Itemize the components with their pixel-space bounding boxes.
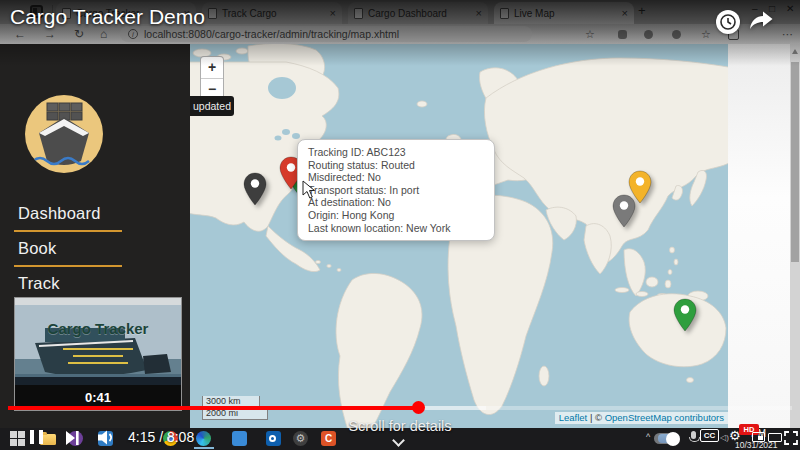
- page-icon: [208, 8, 217, 19]
- site-info-icon[interactable]: i: [128, 29, 138, 39]
- browser-tab-cargo-dashboard[interactable]: Cargo Dashboard×: [348, 2, 488, 24]
- popup-line: Origin: Hong Kong: [308, 209, 484, 222]
- scrollbar-thumb[interactable]: [791, 62, 799, 262]
- zoom-in-button[interactable]: +: [201, 57, 223, 78]
- seek-preview-thumbnail: Cargo Tracker 0:41: [14, 297, 182, 411]
- extension-icon[interactable]: [672, 30, 681, 39]
- forward-icon[interactable]: →: [44, 27, 56, 41]
- browser-menu-icon[interactable]: ⋯: [782, 28, 793, 41]
- window-close-button[interactable]: ✕: [786, 3, 794, 14]
- page-icon: [354, 8, 363, 19]
- extension-icon[interactable]: [644, 30, 653, 39]
- preview-title: Cargo Tracker: [15, 320, 181, 337]
- sidebar-item-dashboard[interactable]: Dashboard: [18, 204, 101, 223]
- refresh-icon[interactable]: ↻: [74, 27, 84, 41]
- popup-line: Last known location: New York: [308, 222, 484, 235]
- popup-line: Routing status: Routed: [308, 159, 484, 172]
- watch-later-icon[interactable]: [716, 10, 740, 34]
- active-app-indicator: [194, 447, 214, 449]
- page-icon: [500, 8, 509, 19]
- nav-underline: [14, 230, 122, 232]
- nav-underline: [14, 265, 122, 267]
- map-updated-toast: updated: [190, 96, 234, 116]
- autoplay-toggle[interactable]: [654, 433, 680, 444]
- marker-us-midwest[interactable]: [243, 172, 267, 210]
- scroll-for-details[interactable]: Scroll for details: [0, 418, 800, 434]
- popup-line: At destination: No: [308, 196, 484, 209]
- mouse-cursor: [302, 180, 315, 199]
- miniplayer-button[interactable]: [752, 432, 765, 442]
- tab-label: Live Map: [514, 8, 617, 19]
- page-background: [728, 44, 790, 428]
- fullscreen-button[interactable]: [784, 431, 798, 445]
- tab-close-icon[interactable]: ×: [330, 7, 336, 19]
- scrollbar-up-icon[interactable]: [792, 49, 798, 54]
- popup-line: Tracking ID: ABC123: [308, 146, 484, 159]
- popup-line: Misdirected: No: [308, 171, 484, 184]
- back-icon[interactable]: ←: [14, 27, 26, 41]
- screen: Cargo Tracker×Track Cargo×Cargo Dashboar…: [0, 0, 800, 450]
- tab-label: Track Cargo: [222, 8, 325, 19]
- url-text: localhost:8080/cargo-tracker/admin/track…: [144, 28, 399, 40]
- browser-tab-track-cargo[interactable]: Track Cargo×: [202, 2, 342, 24]
- add-favorite-icon[interactable]: ☆: [585, 28, 595, 41]
- popup-line: Transport status: In port: [308, 184, 484, 197]
- video-title[interactable]: Cargo Tracker Demo: [10, 5, 205, 29]
- tab-label: Cargo Dashboard: [368, 8, 471, 19]
- home-icon[interactable]: ⌂: [100, 27, 107, 41]
- tab-close-icon[interactable]: ×: [476, 7, 482, 19]
- progress-scrubber[interactable]: [412, 401, 425, 414]
- browser-tab-live-map[interactable]: Live Map×: [494, 2, 634, 24]
- marker-australia[interactable]: [673, 298, 697, 336]
- map[interactable]: + − updated Tracking ID: ABC123Routing s…: [190, 44, 728, 428]
- new-tab-button[interactable]: +: [638, 3, 646, 18]
- extension-icon[interactable]: [618, 30, 627, 39]
- theater-mode-button[interactable]: [768, 433, 782, 442]
- sidebar-item-book[interactable]: Book: [18, 239, 56, 258]
- tray-volume-icon[interactable]: ◁): [720, 433, 729, 442]
- sidebar-item-track[interactable]: Track: [18, 274, 60, 293]
- favorites-bar-icon[interactable]: ☆: [701, 28, 711, 41]
- marker-hong-kong[interactable]: [612, 194, 636, 232]
- share-icon[interactable]: [748, 11, 774, 30]
- tab-close-icon[interactable]: ×: [622, 7, 628, 19]
- progress-bar-played: [8, 406, 418, 410]
- cargo-ship-logo: [25, 95, 103, 173]
- tracking-popup: Tracking ID: ABC123Routing status: Route…: [297, 139, 495, 241]
- subtitles-button[interactable]: CC: [700, 429, 719, 442]
- map-zoom-control: + −: [200, 56, 224, 101]
- preview-frame: Cargo Tracker: [15, 298, 181, 385]
- ship-icon: [25, 95, 103, 173]
